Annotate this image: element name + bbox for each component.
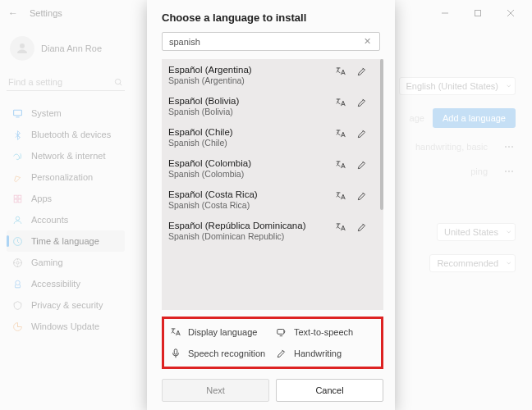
- language-list: Español (Argentina)Spanish (Argentina)Es…: [162, 59, 383, 310]
- language-name-english: Spanish (Dominican Republic): [168, 231, 329, 241]
- modal-title: Choose a language to install: [147, 0, 395, 32]
- handwriting-icon: [355, 96, 369, 109]
- legend-text-to-speech: Text-to-speech: [275, 326, 376, 339]
- tts-icon: [275, 326, 288, 339]
- language-name-english: Spanish (Bolivia): [168, 107, 329, 116]
- tts-icon: [334, 127, 347, 140]
- handwriting-icon: [275, 347, 288, 360]
- language-name: Español (Bolivia): [168, 96, 329, 106]
- scrollbar[interactable]: [380, 59, 383, 210]
- tts-icon: [334, 96, 347, 109]
- capabilities-legend: Display language Text-to-speech Speech r…: [162, 317, 383, 369]
- handwriting-icon: [355, 65, 369, 78]
- language-option[interactable]: Español (República Dominicana)Spanish (D…: [162, 215, 378, 246]
- language-option[interactable]: Español (Chile)Spanish (Chile): [162, 121, 378, 153]
- handwriting-icon: [355, 158, 369, 171]
- language-name-english: Spanish (Argentina): [168, 75, 329, 85]
- legend-handwriting: Handwriting: [275, 347, 376, 360]
- language-name: Español (Chile): [168, 127, 329, 137]
- language-option[interactable]: Español (Bolivia)Spanish (Bolivia): [162, 90, 378, 121]
- handwriting-icon: [355, 127, 369, 140]
- speech-icon: [169, 347, 182, 360]
- tts-icon: [334, 158, 347, 171]
- legend-display-language: Display language: [169, 326, 270, 339]
- next-button[interactable]: Next: [162, 379, 269, 402]
- language-name: Español (Colombia): [168, 158, 329, 168]
- language-name: Español (Costa Rica): [168, 189, 329, 199]
- svg-rect-18: [277, 330, 284, 335]
- legend-speech-recognition: Speech recognition: [169, 347, 270, 360]
- language-name: Español (República Dominicana): [168, 221, 329, 230]
- language-option[interactable]: Español (Argentina)Spanish (Argentina): [162, 59, 378, 90]
- handwriting-icon: [355, 189, 369, 203]
- language-name-english: Spanish (Chile): [168, 138, 329, 148]
- tts-icon: [334, 65, 347, 78]
- language-option[interactable]: Español (Costa Rica)Spanish (Costa Rica): [162, 184, 378, 215]
- language-name-english: Spanish (Colombia): [168, 169, 329, 179]
- language-install-modal: Choose a language to install ✕ Español (…: [147, 0, 395, 410]
- tts-icon: [334, 189, 347, 203]
- clear-search-button[interactable]: ✕: [362, 36, 373, 47]
- display-language-icon: [169, 326, 182, 339]
- handwriting-icon: [355, 221, 369, 234]
- language-name: Español (Argentina): [168, 65, 329, 75]
- modal-footer: Next Cancel: [147, 374, 395, 410]
- language-search-box[interactable]: ✕: [162, 32, 380, 51]
- language-name-english: Spanish (Costa Rica): [168, 200, 329, 210]
- language-search-input[interactable]: [169, 37, 362, 47]
- language-option[interactable]: Español (Colombia)Spanish (Colombia): [162, 153, 378, 184]
- cancel-button[interactable]: Cancel: [276, 379, 383, 402]
- tts-icon: [334, 221, 347, 234]
- svg-rect-19: [174, 349, 177, 354]
